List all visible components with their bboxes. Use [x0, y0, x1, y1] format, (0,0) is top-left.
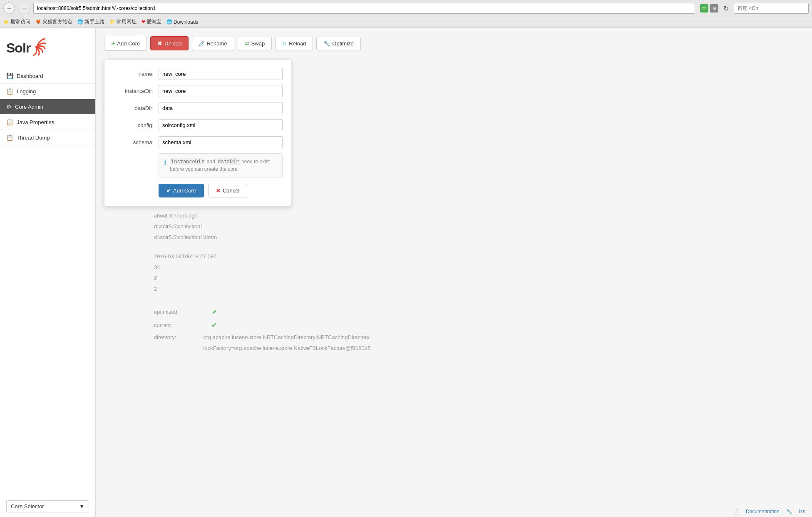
grid-ext-icon[interactable]: ⊞: [710, 4, 718, 12]
bookmark-changyong[interactable]: 📁 常用网址: [109, 18, 137, 25]
doc-icon: 📄: [733, 509, 739, 515]
instance-dir-row: instanceDir:: [113, 85, 283, 97]
logging-icon: 📋: [6, 88, 13, 95]
sidebar-item-java-properties[interactable]: 📋 Java Properties: [0, 115, 95, 130]
logo-area: Solr: [0, 27, 95, 68]
chevron-down-icon: ▼: [79, 503, 84, 510]
config-input[interactable]: [159, 119, 283, 131]
directory-label: directory:: [154, 332, 176, 354]
name-row: name:: [113, 68, 283, 80]
sidebar-item-label: Core Admin: [15, 104, 43, 110]
sidebar-item-label: Thread Dump: [17, 135, 50, 141]
info-text: instanceDir and dataDir need to exist be…: [170, 158, 277, 173]
cancel-button[interactable]: ✖ Cancel: [208, 184, 247, 197]
shield-ext-icon[interactable]: 🛡: [700, 4, 708, 12]
optimized-label: optimized:: [154, 307, 179, 317]
reload-label: Reload: [289, 40, 306, 47]
app-footer: 📄 Documentation 🔧 Iss: [726, 506, 812, 517]
bookmark-downloads[interactable]: 🌐 Downloads: [166, 19, 198, 25]
bookmark-huohu[interactable]: 🦊 火狐官方站点: [35, 18, 72, 25]
sidebar-item-label: Logging: [17, 88, 36, 95]
add-core-submit-button[interactable]: ✔ Add Core: [159, 184, 204, 197]
reload-icon: ↻: [282, 40, 287, 47]
data-dir-code: dataDir: [216, 158, 240, 165]
back-button[interactable]: ←: [3, 2, 15, 14]
instance-dir-label: instanceDir:: [113, 88, 159, 94]
reload-core-button[interactable]: ↻ Reload: [275, 37, 313, 50]
add-core-submit-label: Add Core: [173, 187, 196, 194]
sidebar-item-logging[interactable]: 📋 Logging: [0, 84, 95, 99]
core-selector-dropdown[interactable]: Core Selector ▼: [6, 500, 89, 512]
checkmark-icon: ✔: [166, 187, 171, 194]
swap-icon: ⇄: [245, 40, 249, 47]
swap-label: Swap: [251, 40, 265, 47]
browser-toolbar: ← → 🛡 ⊞ ↻: [0, 0, 812, 17]
sidebar-item-dashboard[interactable]: 💾 Dashboard: [0, 68, 95, 84]
max-doc-value: 2: [154, 273, 804, 284]
instance-dir-value: d:\solr5.5\collection1: [154, 221, 804, 232]
java-props-icon: 📋: [6, 119, 13, 125]
plus-icon: +: [111, 40, 115, 47]
issues-label[interactable]: Iss: [799, 509, 805, 515]
instance-dir-code: instanceDir: [170, 158, 205, 165]
name-label: name:: [113, 71, 159, 77]
dialog-actions: ✔ Add Core ✖ Cancel: [159, 184, 283, 197]
current-label: current:: [154, 320, 172, 331]
core-info-panel: about 3 hours ago d:\solr5.5\collection1…: [154, 210, 804, 354]
current-check-icon: ✔: [211, 319, 217, 332]
main-content: + Add Core ✖ Unload 🖊 Rename ⇄ Swap ↻ Re…: [96, 27, 812, 517]
optimized-check-icon: ✔: [212, 305, 217, 319]
bookmark-xinshou[interactable]: 🌐 新手上路: [77, 18, 104, 25]
solr-logo-text: Solr: [6, 40, 30, 56]
bookmark-aitaobao[interactable]: ❤ 爱淘宝: [142, 18, 161, 25]
unload-button[interactable]: ✖ Unload: [150, 36, 189, 50]
directory-row: directory: org.apache.lucene.store.NRTCa…: [154, 332, 804, 354]
search-bar[interactable]: [734, 3, 809, 14]
toolbar: + Add Core ✖ Unload 🖊 Rename ⇄ Swap ↻ Re…: [104, 36, 804, 51]
issues-icon: 🔧: [786, 509, 792, 515]
core-selector-label: Core Selector: [11, 503, 44, 510]
num-docs-value: 34: [154, 262, 804, 273]
add-core-toolbar-button[interactable]: + Add Core: [104, 36, 147, 51]
app-container: Solr 💾 Da: [0, 27, 812, 517]
add-core-toolbar-label: Add Core: [117, 40, 140, 47]
rename-label: Rename: [206, 40, 227, 47]
unload-label: Unload: [164, 40, 181, 47]
bookmarks-bar: ⭐ 最常访问 🦊 火狐官方站点 🌐 新手上路 📁 常用网址 ❤ 爱淘宝 🌐 Do…: [0, 17, 812, 27]
data-dir-row: dataDir:: [113, 102, 283, 114]
schema-row: schema:: [113, 136, 283, 148]
start-time-value: 2016-03-04T06:18:27.08Z: [154, 251, 804, 262]
cancel-label: Cancel: [223, 187, 239, 194]
name-input[interactable]: [159, 68, 283, 80]
data-dir-input[interactable]: [159, 102, 283, 114]
data-dir-value: d:\solr5.5\collection1\data\: [154, 232, 804, 243]
config-row: config:: [113, 119, 283, 131]
schema-input[interactable]: [159, 136, 283, 148]
nav-items: 💾 Dashboard 📋 Logging ⚙ Core Admin 📋 Jav…: [0, 68, 95, 494]
rename-button[interactable]: 🖊 Rename: [192, 37, 234, 50]
forward-button[interactable]: →: [18, 2, 30, 14]
sidebar-item-core-admin[interactable]: ⚙ Core Admin: [0, 99, 95, 115]
rename-icon: 🖊: [199, 40, 204, 47]
x-icon: ✖: [157, 40, 162, 47]
reload-button[interactable]: ↻: [722, 4, 730, 13]
sidebar-item-thread-dump[interactable]: 📋 Thread Dump: [0, 130, 95, 145]
solr-fan-icon: [32, 36, 55, 60]
address-bar[interactable]: [33, 3, 695, 14]
segment-count-value: -: [154, 295, 804, 305]
directory-extra: lockFactory=org.apache.lucene.store.Nati…: [203, 343, 370, 354]
core-admin-icon: ⚙: [6, 103, 12, 110]
sidebar: Solr 💾 Da: [0, 27, 96, 517]
bookmark-zuichang[interactable]: ⭐ 最常访问: [3, 18, 30, 25]
core-selector-area: Core Selector ▼: [0, 494, 95, 517]
instance-dir-input[interactable]: [159, 85, 283, 97]
documentation-label[interactable]: Documentation: [746, 509, 780, 515]
schema-label: schema:: [113, 139, 159, 145]
swap-button[interactable]: ⇄ Swap: [238, 37, 272, 50]
info-icon: ℹ: [164, 158, 166, 166]
data-dir-label: dataDir:: [113, 105, 159, 111]
optimize-icon: 🔧: [323, 40, 330, 47]
browser-extensions: 🛡 ⊞: [700, 4, 718, 12]
directory-value: org.apache.lucene.store.NRTCachingDirect…: [203, 332, 370, 343]
optimize-button[interactable]: 🔧 Optimize: [316, 37, 360, 50]
